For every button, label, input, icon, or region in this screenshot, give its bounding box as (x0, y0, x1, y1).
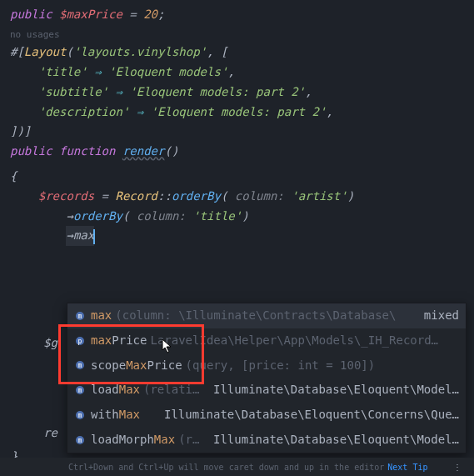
function-name-render: render (122, 144, 165, 158)
completion-match: Max (119, 408, 140, 421)
method-icon: m (74, 384, 86, 396)
editor-caret (93, 229, 95, 244)
arrow-icon: → (66, 209, 72, 223)
keyword-function: function (59, 144, 115, 158)
completion-signature: (query, [price: int = 100]) (186, 356, 459, 376)
method-icon: m (74, 310, 86, 322)
method-orderby: orderBy (73, 209, 122, 223)
number-literal: 20 (143, 8, 157, 21)
next-tip-link[interactable]: Next Tip (387, 460, 427, 474)
param-hint-column: column: (227, 189, 291, 203)
string-literal: 'Eloquent models: part 2' (151, 105, 327, 118)
property-icon: p (74, 335, 86, 347)
method-orderby: orderBy (172, 189, 221, 203)
keyword-public: public (10, 8, 52, 21)
string-literal: 'title' (192, 209, 242, 223)
class-record: Record (115, 189, 157, 203)
completion-item-loadmorphmax[interactable]: m loadMorphMax (r… Illuminate\Database\E… (67, 428, 466, 453)
completion-item-withmax[interactable]: m withMax Illuminate\Database\Eloquent\C… (67, 403, 466, 428)
string-literal: 'layouts.vinylshop' (73, 45, 207, 58)
svg-text:m: m (78, 362, 82, 369)
partial-code: $g (43, 333, 57, 353)
completion-return-type: mixed (416, 306, 459, 326)
array-key-subtitle: 'subtitle' (38, 85, 108, 98)
completion-match: Max (119, 383, 140, 396)
keyword-public: public (10, 144, 52, 158)
completion-signature: (relati… (143, 380, 205, 400)
partial-code: re (43, 423, 57, 443)
completion-item-scopemaxprice[interactable]: m scopeMaxPrice (query, [price: int = 10… (67, 353, 466, 378)
status-bar: Ctrl+Down and Ctrl+Up will move caret do… (0, 458, 474, 476)
svg-text:m: m (78, 437, 82, 444)
tip-text: Ctrl+Down and Ctrl+Up will move caret do… (68, 460, 384, 474)
attribute-close: ])] (10, 124, 31, 138)
completion-item-max[interactable]: m max (column: \Illuminate\Contracts\Dat… (67, 303, 466, 328)
status-menu-icon[interactable]: ⋮ (453, 460, 462, 474)
completion-origin: Illuminate\Database\Eloquent\Concerns\Qu… (156, 405, 459, 425)
var-records: $records (38, 189, 94, 203)
autocomplete-popup[interactable]: m max (column: \Illuminate\Contracts\Dat… (67, 303, 467, 453)
attribute-open: #[ (10, 45, 24, 58)
svg-text:m: m (78, 412, 82, 419)
method-icon: m (74, 409, 86, 421)
svg-text:m: m (78, 313, 82, 320)
brace-open: { (10, 169, 17, 183)
attribute-layout: Layout (24, 45, 67, 58)
string-literal: 'artist' (291, 189, 347, 203)
array-key-title: 'title' (38, 65, 87, 78)
usages-hint: no usages (10, 28, 464, 41)
completion-origin: LaravelIdea\Helper\App\Models\_IH_Record… (150, 331, 459, 351)
completion-match: max (91, 333, 112, 347)
completion-signature: (r… (178, 430, 205, 450)
array-key-description: 'description' (38, 105, 130, 118)
completion-origin: Illuminate\Database\Eloquent\Model… (205, 430, 459, 450)
svg-text:m: m (78, 387, 82, 394)
completion-origin: Illuminate\Database\Eloquent\Model… (205, 380, 459, 400)
svg-text:p: p (78, 338, 82, 345)
method-icon: m (74, 434, 86, 446)
typed-prefix[interactable]: max (73, 228, 94, 242)
arrow-icon: → (66, 228, 72, 242)
completion-match: Max (126, 358, 147, 372)
string-literal: 'Eloquent models' (108, 65, 227, 78)
completion-match: max (91, 308, 112, 322)
param-hint-column: column: (129, 209, 192, 223)
completion-match: Max (154, 433, 175, 446)
completion-signature: (column: \Illuminate\Contracts\Database\ (115, 306, 416, 326)
var-maxprice: $maxPrice (59, 8, 122, 21)
string-literal: 'Eloquent models: part 2' (129, 85, 305, 98)
method-icon: m (74, 359, 86, 371)
completion-item-maxprice[interactable]: p maxPrice LaravelIdea\Helper\App\Models… (67, 328, 466, 353)
completion-item-loadmax[interactable]: m loadMax (relati… Illuminate\Database\E… (67, 378, 466, 403)
